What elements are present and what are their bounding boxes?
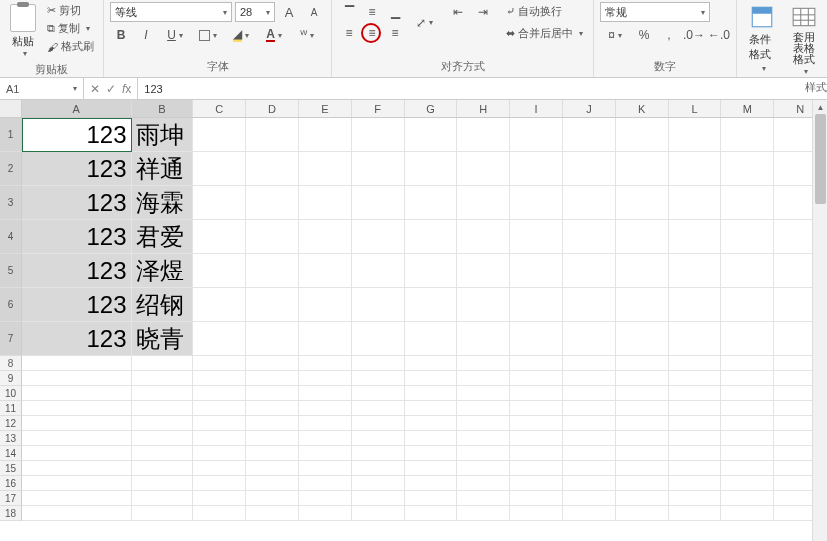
comma-button[interactable]: ,: [658, 25, 680, 45]
cell-A12[interactable]: [22, 416, 132, 431]
cell-G15[interactable]: [405, 461, 458, 476]
column-header-M[interactable]: M: [721, 100, 774, 117]
increase-indent-button[interactable]: ⇥: [472, 2, 494, 22]
cell-I10[interactable]: [510, 386, 563, 401]
cell-F8[interactable]: [352, 356, 405, 371]
formula-input[interactable]: 123: [138, 83, 827, 95]
shrink-font-button[interactable]: A: [303, 2, 325, 22]
cell-D9[interactable]: [246, 371, 299, 386]
merge-center-button[interactable]: ⬌合并后居中▾: [502, 24, 587, 43]
cell-A2[interactable]: 123: [22, 152, 132, 186]
cell-B7[interactable]: 晓青: [132, 322, 194, 356]
cell-M14[interactable]: [721, 446, 774, 461]
cell-C4[interactable]: [193, 220, 246, 254]
cell-L15[interactable]: [669, 461, 722, 476]
cell-G3[interactable]: [405, 186, 458, 220]
font-color-button[interactable]: A▾: [259, 25, 289, 45]
cell-E6[interactable]: [299, 288, 352, 322]
cell-E14[interactable]: [299, 446, 352, 461]
cell-I11[interactable]: [510, 401, 563, 416]
cell-K17[interactable]: [616, 491, 669, 506]
cell-D13[interactable]: [246, 431, 299, 446]
cell-F12[interactable]: [352, 416, 405, 431]
cell-J1[interactable]: [563, 118, 616, 152]
cell-A4[interactable]: 123: [22, 220, 132, 254]
row-header-16[interactable]: 16: [0, 476, 22, 491]
cell-E18[interactable]: [299, 506, 352, 521]
cell-B9[interactable]: [132, 371, 194, 386]
font-name-combo[interactable]: 等线▾: [110, 2, 232, 22]
row-header-18[interactable]: 18: [0, 506, 22, 521]
row-header-7[interactable]: 7: [0, 322, 22, 356]
cell-F16[interactable]: [352, 476, 405, 491]
copy-button[interactable]: ⧉复制▾: [44, 20, 97, 37]
cell-L10[interactable]: [669, 386, 722, 401]
cell-J17[interactable]: [563, 491, 616, 506]
cell-A5[interactable]: 123: [22, 254, 132, 288]
cell-G17[interactable]: [405, 491, 458, 506]
cell-B6[interactable]: 绍钢: [132, 288, 194, 322]
cell-G9[interactable]: [405, 371, 458, 386]
cell-L18[interactable]: [669, 506, 722, 521]
cell-G11[interactable]: [405, 401, 458, 416]
cell-D10[interactable]: [246, 386, 299, 401]
cell-B12[interactable]: [132, 416, 194, 431]
cell-L13[interactable]: [669, 431, 722, 446]
bold-button[interactable]: B: [110, 25, 132, 45]
cell-G10[interactable]: [405, 386, 458, 401]
cell-B2[interactable]: 祥通: [132, 152, 194, 186]
cell-D16[interactable]: [246, 476, 299, 491]
cell-E17[interactable]: [299, 491, 352, 506]
cell-L6[interactable]: [669, 288, 722, 322]
paste-button[interactable]: 粘贴 ▾: [6, 2, 40, 60]
cut-button[interactable]: ✂剪切: [44, 2, 97, 19]
cell-F10[interactable]: [352, 386, 405, 401]
row-header-14[interactable]: 14: [0, 446, 22, 461]
cell-C7[interactable]: [193, 322, 246, 356]
cell-E7[interactable]: [299, 322, 352, 356]
cell-I5[interactable]: [510, 254, 563, 288]
cell-K13[interactable]: [616, 431, 669, 446]
cell-C2[interactable]: [193, 152, 246, 186]
cell-K2[interactable]: [616, 152, 669, 186]
column-header-K[interactable]: K: [616, 100, 669, 117]
align-bottom-button[interactable]: ▁: [384, 2, 406, 22]
cell-E4[interactable]: [299, 220, 352, 254]
cell-L12[interactable]: [669, 416, 722, 431]
fx-icon[interactable]: fx: [122, 82, 131, 96]
cell-A6[interactable]: 123: [22, 288, 132, 322]
cell-K11[interactable]: [616, 401, 669, 416]
column-header-B[interactable]: B: [132, 100, 194, 117]
cell-C1[interactable]: [193, 118, 246, 152]
cell-L16[interactable]: [669, 476, 722, 491]
cell-C9[interactable]: [193, 371, 246, 386]
cell-J16[interactable]: [563, 476, 616, 491]
cell-G12[interactable]: [405, 416, 458, 431]
column-header-E[interactable]: E: [299, 100, 352, 117]
cell-F6[interactable]: [352, 288, 405, 322]
cell-C13[interactable]: [193, 431, 246, 446]
cell-M15[interactable]: [721, 461, 774, 476]
cell-F5[interactable]: [352, 254, 405, 288]
orientation-button[interactable]: ⤢▾: [409, 13, 439, 33]
row-header-2[interactable]: 2: [0, 152, 22, 186]
cell-I14[interactable]: [510, 446, 563, 461]
row-header-12[interactable]: 12: [0, 416, 22, 431]
align-middle-button[interactable]: ≡: [361, 2, 383, 22]
cell-I2[interactable]: [510, 152, 563, 186]
cell-A7[interactable]: 123: [22, 322, 132, 356]
cell-F15[interactable]: [352, 461, 405, 476]
cell-K5[interactable]: [616, 254, 669, 288]
cell-G6[interactable]: [405, 288, 458, 322]
cell-H5[interactable]: [457, 254, 510, 288]
cell-K8[interactable]: [616, 356, 669, 371]
cell-F2[interactable]: [352, 152, 405, 186]
cell-A3[interactable]: 123: [22, 186, 132, 220]
row-header-1[interactable]: 1: [0, 118, 22, 152]
number-format-combo[interactable]: 常规▾: [600, 2, 710, 22]
cell-A18[interactable]: [22, 506, 132, 521]
cell-I16[interactable]: [510, 476, 563, 491]
cell-F9[interactable]: [352, 371, 405, 386]
cell-L2[interactable]: [669, 152, 722, 186]
column-header-F[interactable]: F: [352, 100, 405, 117]
